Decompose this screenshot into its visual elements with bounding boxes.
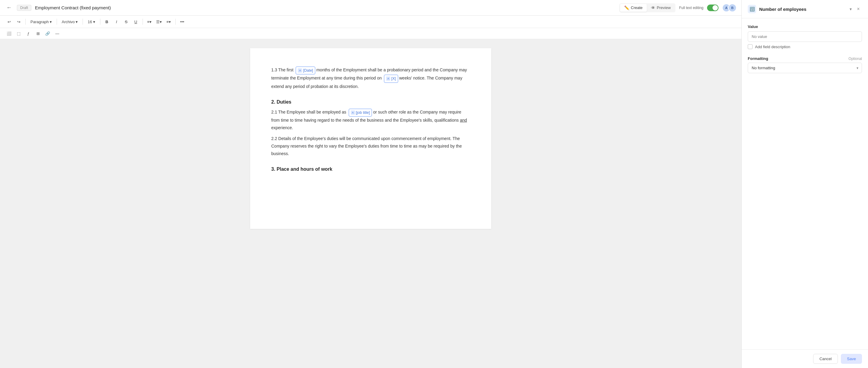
editor-page: 1.3 The first A [Date] months of the Emp…	[250, 48, 491, 229]
tag-icon-date: A	[298, 68, 302, 73]
x-tag-label: [X]	[391, 75, 396, 82]
link-icon: 🔗	[45, 31, 50, 36]
avatar-group: A B	[722, 4, 737, 12]
draft-badge[interactable]: Draft	[17, 5, 31, 11]
underline-button[interactable]: U	[132, 18, 140, 26]
strikethrough-icon: S	[125, 20, 127, 24]
value-label: Value	[748, 24, 862, 29]
save-button[interactable]: Save	[841, 354, 862, 364]
align-chevron-icon: ▾	[150, 20, 152, 24]
size-chevron-icon: ▾	[93, 20, 95, 24]
formatting-select-wrapper: No formatting	[748, 63, 862, 73]
list-chevron-icon: ▾	[160, 20, 162, 24]
cancel-button[interactable]: Cancel	[813, 354, 838, 364]
toolbar2-btn2[interactable]: ⬚	[14, 29, 23, 38]
tab-create-label: Create	[631, 5, 643, 10]
font-label: Archivo	[62, 20, 75, 24]
toolbar-divider-1	[25, 19, 26, 25]
toolbar2-icon4: ⊞	[36, 31, 40, 36]
font-select[interactable]: Archivo ▾	[59, 19, 80, 25]
ordered-list-button[interactable]: ≡ ▾	[164, 18, 173, 26]
bold-icon: B	[105, 20, 108, 24]
duties-heading: 2. Duties	[271, 99, 470, 105]
description-checkbox-row: Add field description	[748, 44, 862, 49]
font-chevron-icon: ▾	[76, 20, 78, 24]
duties-para2: 2.2 Details of the Employee's duties wil…	[271, 135, 470, 158]
tab-preview[interactable]: 👁 Preview	[647, 4, 675, 12]
job-title-tag-label: [job title]	[356, 109, 370, 116]
editor-content: 1.3 The first A [Date] months of the Emp…	[0, 39, 741, 368]
toolbar2-btn1[interactable]: ⬜	[5, 29, 13, 38]
toolbar2-btn4[interactable]: ⊞	[34, 29, 42, 38]
bold-button[interactable]: B	[103, 18, 111, 26]
toolbar2-btn6[interactable]: —	[53, 29, 61, 38]
formatting-section: Formatting Optional No formatting	[748, 56, 862, 73]
undo-icon: ↩	[7, 20, 11, 24]
align-button[interactable]: ≡ ▾	[145, 18, 154, 26]
section-probation-text: 1.3 The first A [Date] months of the Emp…	[271, 66, 470, 90]
tag-icon-x: A	[386, 76, 390, 81]
paragraph-chevron-icon: ▾	[50, 20, 52, 24]
size-select[interactable]: 16 ▾	[85, 19, 97, 25]
formatting-label: Formatting	[748, 56, 768, 61]
preview-icon: 👁	[651, 5, 655, 10]
full-text-toggle[interactable]	[707, 4, 718, 11]
more-icon: •••	[180, 20, 184, 24]
size-label: 16	[88, 20, 92, 24]
panel-header: 🔢 Number of employees ▾ ×	[742, 0, 868, 19]
more-button[interactable]: •••	[178, 18, 187, 26]
toolbar-divider-3	[83, 19, 83, 25]
document-title: Employment Contract (fixed payment)	[35, 5, 616, 10]
place-heading: 3. Place and hours of work	[271, 167, 470, 172]
top-bar: ← Draft Employment Contract (fixed payme…	[0, 0, 741, 16]
italic-icon: I	[116, 20, 117, 24]
panel-chevron-icon[interactable]: ▾	[849, 7, 852, 11]
toolbar-divider-2	[57, 19, 57, 25]
right-panel: 🔢 Number of employees ▾ × Value Add fiel…	[741, 0, 868, 368]
toolbar2-icon2: ⬚	[17, 31, 21, 36]
italic-button[interactable]: I	[113, 18, 121, 26]
date-field-tag[interactable]: A [Date]	[296, 67, 315, 75]
number-icon: 🔢	[749, 7, 755, 11]
toolbar2-btn3[interactable]: ƒ	[24, 29, 33, 38]
formatting-header-row: Formatting Optional	[748, 56, 862, 61]
undo-button[interactable]: ↩	[5, 18, 13, 26]
optional-label: Optional	[848, 57, 862, 61]
value-input[interactable]	[748, 31, 862, 42]
toolbar-divider-4	[100, 19, 100, 25]
tag-icon-jobtitle: A	[351, 110, 355, 115]
align-icon: ≡	[147, 20, 150, 24]
tab-group: ✏️ Create 👁 Preview	[619, 3, 675, 12]
full-text-editing-label: Full text editing	[679, 6, 704, 10]
underline-icon: U	[134, 20, 137, 24]
description-checkbox-label: Add field description	[755, 44, 790, 49]
panel-footer: Cancel Save	[742, 349, 868, 368]
toolbar-row1: ↩ ↪ Paragraph ▾ Archivo ▾ 16 ▾ B I S	[0, 16, 741, 28]
paragraph-select[interactable]: Paragraph ▾	[28, 19, 54, 25]
tab-create[interactable]: ✏️ Create	[620, 4, 647, 12]
tab-preview-label: Preview	[657, 5, 671, 10]
panel-body: Value Add field description Formatting O…	[742, 19, 868, 349]
redo-button[interactable]: ↪	[14, 18, 23, 26]
description-checkbox[interactable]	[748, 44, 752, 49]
value-section: Value Add field description	[748, 24, 862, 49]
redo-icon: ↪	[17, 20, 21, 24]
paragraph-label: Paragraph	[30, 20, 49, 24]
formatting-select[interactable]: No formatting	[748, 63, 862, 73]
unordered-list-button[interactable]: ☰ ▾	[155, 18, 163, 26]
back-button[interactable]: ←	[5, 4, 13, 12]
ordered-list-icon: ≡	[166, 20, 169, 24]
toolbar2-icon3: ƒ	[27, 31, 29, 36]
strikethrough-button[interactable]: S	[122, 18, 130, 26]
panel-close-button[interactable]: ×	[855, 5, 862, 13]
date-tag-label: [Date]	[303, 67, 313, 74]
job-title-field-tag[interactable]: A [job title]	[349, 109, 372, 117]
duties-para1: 2.1 The Employee shall be employed as A …	[271, 108, 470, 132]
list-icon: ☰	[156, 20, 160, 24]
x-field-tag[interactable]: A [X]	[384, 75, 398, 83]
toolbar-row2: ⬜ ⬚ ƒ ⊞ 🔗 —	[0, 28, 741, 39]
toolbar2-icon1: ⬜	[7, 31, 11, 36]
divider-line-icon: —	[56, 31, 59, 36]
panel-icon: 🔢	[748, 5, 756, 13]
toolbar2-btn5[interactable]: 🔗	[43, 29, 52, 38]
